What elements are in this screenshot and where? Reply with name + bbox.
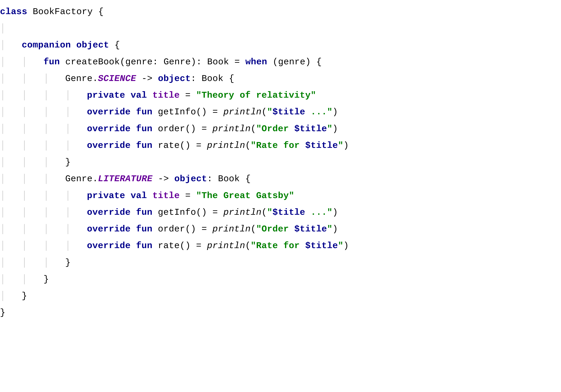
- template-var: $title: [294, 124, 327, 134]
- string-tail: ...": [305, 107, 333, 117]
- string-gatsby-title: "The Great Gatsby": [196, 191, 294, 201]
- space: [109, 40, 115, 50]
- brace: }: [65, 258, 71, 268]
- equals: =: [180, 191, 196, 201]
- paren-close: ): [333, 224, 338, 234]
- string-quote: ": [327, 224, 333, 234]
- method-order: order() =: [152, 224, 213, 234]
- paren-open: (: [250, 124, 256, 134]
- keyword-when: when: [245, 57, 267, 67]
- arrow: ->: [152, 174, 174, 184]
- function-name: createBook: [60, 57, 120, 67]
- string-quote: ": [338, 241, 344, 251]
- brace: {: [98, 7, 104, 17]
- string-science-title: "Theory of relativity": [196, 90, 316, 100]
- keyword-class: class: [0, 7, 27, 17]
- fn-println: println: [207, 140, 245, 151]
- brace: {: [229, 73, 234, 84]
- brace: }: [0, 308, 6, 318]
- object-rest: : Book: [207, 174, 245, 184]
- paren-open: (: [245, 140, 251, 151]
- paren-open: (: [262, 207, 267, 217]
- brace: }: [22, 291, 27, 301]
- class-name: BookFactory: [27, 7, 98, 17]
- signature: (genre: Genre): Book =: [120, 57, 245, 67]
- space: [147, 191, 152, 201]
- brace: }: [43, 274, 49, 284]
- keyword-override-fun: override fun: [87, 241, 152, 251]
- method-getinfo: getInfo() =: [152, 207, 223, 217]
- paren-close: ): [343, 241, 349, 251]
- keyword-object: object: [174, 174, 207, 184]
- string-rate-lead: "Rate for: [250, 140, 305, 151]
- equals: =: [180, 90, 196, 100]
- string-rate-lead: "Rate for: [250, 241, 305, 251]
- keyword-fun: fun: [43, 57, 60, 67]
- keyword-private-val: private val: [87, 191, 147, 201]
- method-rate: rate() =: [152, 140, 207, 151]
- enum-type: Genre.: [65, 73, 98, 84]
- object-rest: : Book: [191, 73, 229, 84]
- fn-println: println: [223, 107, 262, 117]
- paren-open: (: [245, 241, 251, 251]
- keyword-override-fun: override fun: [87, 207, 152, 217]
- brace: {: [316, 57, 322, 67]
- brace: }: [65, 157, 71, 167]
- fn-println: println: [212, 224, 250, 234]
- keyword-override-fun: override fun: [87, 224, 152, 234]
- string-quote: ": [267, 207, 273, 217]
- keyword-private-val: private val: [87, 90, 147, 100]
- enum-science: SCIENCE: [98, 73, 136, 84]
- paren-close: ): [333, 107, 338, 117]
- template-var: $title: [272, 207, 305, 217]
- paren-open: (: [250, 224, 256, 234]
- method-rate: rate() =: [152, 241, 207, 251]
- when-args: (genre): [267, 57, 316, 67]
- fn-println: println: [223, 207, 262, 217]
- template-var: $title: [294, 224, 327, 234]
- string-tail: ...": [305, 207, 333, 217]
- fn-println: println: [212, 124, 250, 134]
- keyword-override-fun: override fun: [87, 107, 152, 117]
- space: [147, 90, 152, 100]
- template-var: $title: [305, 241, 338, 251]
- enum-type: Genre.: [65, 174, 98, 184]
- method-order: order() =: [152, 124, 213, 134]
- code-block: class BookFactory { │ │ companion object…: [0, 0, 561, 321]
- string-order-lead: "Order: [256, 124, 294, 134]
- method-getinfo: getInfo() =: [152, 107, 223, 117]
- property-title: title: [152, 191, 180, 201]
- string-order-lead: "Order: [256, 224, 294, 234]
- string-quote: ": [327, 124, 333, 134]
- string-quote: ": [338, 140, 344, 151]
- template-var: $title: [305, 140, 338, 151]
- keyword-override-fun: override fun: [87, 140, 152, 151]
- string-quote: ": [267, 107, 273, 117]
- paren-close: ): [343, 140, 349, 151]
- paren-open: (: [262, 107, 267, 117]
- keyword-override-fun: override fun: [87, 124, 152, 134]
- template-var: $title: [272, 107, 305, 117]
- enum-literature: LITERATURE: [98, 174, 152, 184]
- property-title: title: [152, 90, 180, 100]
- brace: {: [114, 40, 120, 50]
- brace: {: [245, 174, 251, 184]
- keyword-object: object: [158, 73, 191, 84]
- fn-println: println: [207, 241, 245, 251]
- paren-close: ): [333, 207, 338, 217]
- arrow: ->: [136, 73, 158, 84]
- paren-close: ): [333, 124, 338, 134]
- keyword-companion-object: companion object: [22, 40, 109, 50]
